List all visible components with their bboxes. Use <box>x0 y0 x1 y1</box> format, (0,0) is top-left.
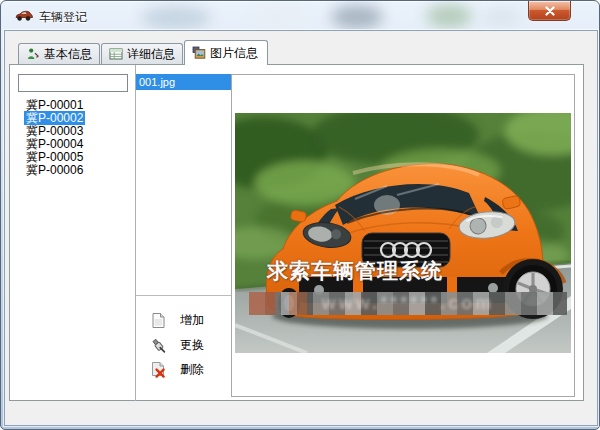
vehicle-registration-window: 车辆登记 基本信息 详细信息 <box>0 0 600 430</box>
car-app-icon <box>14 8 33 22</box>
window-title: 车辆登记 <box>39 9 87 26</box>
replace-image-button[interactable]: 更换 <box>150 335 234 355</box>
add-document-icon <box>150 312 167 329</box>
tab-detail-info[interactable]: 详细信息 <box>101 43 183 64</box>
watermark-text: 求索车辆管理系统 <box>267 257 443 285</box>
image-file-list: 001.jpg <box>136 74 235 295</box>
tab-basic-info[interactable]: 基本信息 <box>18 43 100 64</box>
picture-preview-panel: 求索车辆管理系统 www.******.com <box>231 74 575 397</box>
person-search-icon <box>26 47 40 61</box>
add-image-label: 增加 <box>180 312 204 329</box>
plate-filter-input[interactable] <box>18 74 128 92</box>
delete-document-icon <box>150 361 167 378</box>
delete-image-label: 删除 <box>180 361 204 378</box>
plate-list-item[interactable]: 冀P-00006 <box>24 164 134 177</box>
replace-image-label: 更换 <box>180 337 204 354</box>
close-button[interactable] <box>528 1 571 21</box>
title-bar[interactable]: 车辆登记 <box>1 1 600 30</box>
vehicle-photo: 求索车辆管理系统 www.******.com <box>235 113 571 353</box>
list-button-divider <box>136 295 235 296</box>
bottom-watermark-text: www.******.com <box>322 293 494 314</box>
tab-picture-info[interactable]: 图片信息 <box>184 40 268 65</box>
tab-label: 基本信息 <box>44 46 92 63</box>
tab-label: 详细信息 <box>127 46 175 63</box>
tab-label: 图片信息 <box>210 45 258 62</box>
delete-image-button[interactable]: 删除 <box>150 359 234 379</box>
picture-info-tab-page: 冀P-00001 冀P-00002 冀P-00003 冀P-00004 冀P-0… <box>9 64 584 401</box>
plate-list: 冀P-00001 冀P-00002 冀P-00003 冀P-00004 冀P-0… <box>24 99 134 177</box>
detail-table-icon <box>109 47 123 61</box>
censored-watermark-mosaic: www.******.com <box>249 292 567 315</box>
add-image-button[interactable]: 增加 <box>150 310 234 330</box>
picture-icon <box>192 46 206 60</box>
close-icon <box>544 6 556 16</box>
file-list-item-selected[interactable]: 001.jpg <box>136 74 235 90</box>
replace-tool-icon <box>150 337 167 354</box>
